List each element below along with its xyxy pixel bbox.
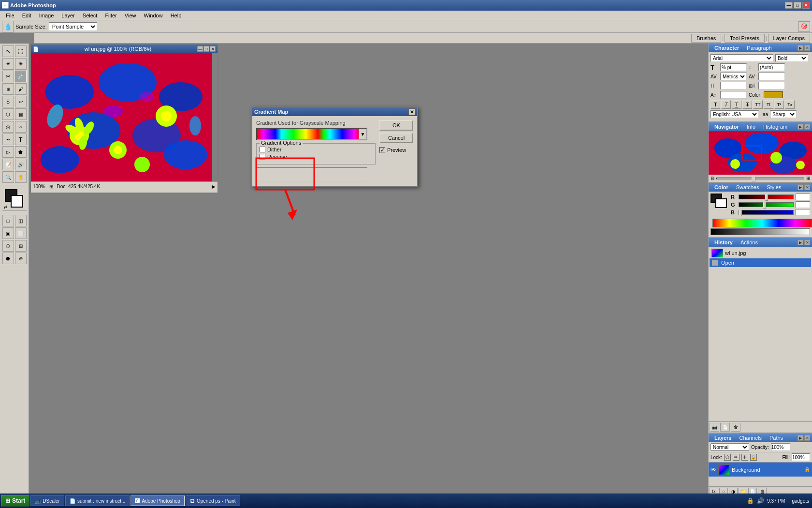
standard-mode[interactable]: □ xyxy=(2,215,14,226)
full-screen-mode[interactable]: ⬜ xyxy=(15,227,27,239)
sub-btn[interactable]: T₂ xyxy=(785,100,795,109)
menu-file[interactable]: File xyxy=(2,12,18,19)
strikethrough-btn[interactable]: T̶ xyxy=(742,100,752,109)
layer-item-background[interactable]: 👁 Background 🔒 xyxy=(709,463,812,477)
taskbar-item-photoshop[interactable]: 🅰 Adobe Photoshop xyxy=(130,495,185,506)
menu-view[interactable]: View xyxy=(121,12,140,19)
bg-color-swatch[interactable] xyxy=(715,198,727,208)
zoom-out-btn[interactable]: ⊟ xyxy=(710,176,714,181)
tool-brush[interactable]: 🖌 xyxy=(15,83,27,95)
tool-eyedropper[interactable]: 💧 xyxy=(2,21,14,32)
dither-checkbox[interactable] xyxy=(260,147,265,152)
baseline-input[interactable]: 0 pt xyxy=(720,91,747,99)
tool-audio[interactable]: 🔊 xyxy=(15,159,27,170)
lock-pixels-btn[interactable]: ✏ xyxy=(733,454,740,461)
background-color[interactable] xyxy=(11,195,23,208)
history-item-1[interactable]: Open xyxy=(710,258,811,267)
tab-tool-presets[interactable]: Tool Presets xyxy=(725,34,765,43)
grayscale-spectrum[interactable] xyxy=(710,228,810,235)
cancel-button[interactable]: Cancel xyxy=(379,133,413,143)
title-bar-controls[interactable]: — □ ✕ xyxy=(785,2,810,9)
doc-minimize-btn[interactable]: — xyxy=(197,46,203,52)
zoom-slider-track[interactable] xyxy=(716,178,804,179)
r-slider[interactable] xyxy=(739,194,794,199)
tab-channels[interactable]: Channels xyxy=(735,435,765,441)
g-slider-thumb[interactable] xyxy=(763,202,766,209)
tool-lasso[interactable]: ✴ xyxy=(2,58,14,70)
fill-input[interactable] xyxy=(792,453,810,461)
lock-position-btn[interactable]: ✛ xyxy=(741,454,748,461)
history-delete-btn[interactable]: 🗑 xyxy=(731,423,740,432)
sample-size-select[interactable]: Point Sample 3 by 3 Average 5 by 5 Avera… xyxy=(49,22,97,31)
tool-select-path[interactable]: ▷ xyxy=(2,146,14,158)
tool-hand[interactable]: ✋ xyxy=(15,171,27,183)
character-panel-menu[interactable]: ▶ xyxy=(798,45,803,51)
maximize-button[interactable]: □ xyxy=(794,2,801,9)
dialog-close-btn[interactable]: ✕ xyxy=(408,108,415,115)
tool-magic-wand[interactable]: ✴ xyxy=(15,58,27,70)
tab-paths[interactable]: Paths xyxy=(766,435,787,441)
small-caps-btn[interactable]: Tt xyxy=(764,100,773,109)
menu-filter[interactable]: Filter xyxy=(101,12,120,19)
tool-eyedropper-tool[interactable]: 💉 xyxy=(15,71,27,82)
color-spectrum[interactable] xyxy=(712,219,812,227)
tool-blur[interactable]: ◎ xyxy=(2,121,14,133)
tool-notes[interactable]: 📝 xyxy=(2,159,14,170)
screen-mode[interactable]: ▣ xyxy=(2,227,14,239)
extra-tools[interactable]: ⬡ xyxy=(2,240,14,252)
gradient-dropdown-btn[interactable]: ▼ xyxy=(359,129,366,139)
h-scale-input[interactable]: 100% xyxy=(758,82,785,90)
tool-heal[interactable]: ⊕ xyxy=(2,83,14,95)
close-button[interactable]: ✕ xyxy=(802,2,810,9)
bold-btn[interactable]: T xyxy=(710,100,720,109)
g-value-input[interactable]: 116 xyxy=(796,201,810,208)
swap-colors-icon[interactable]: ⇄ xyxy=(4,205,8,209)
tool-move[interactable]: ↖ xyxy=(2,45,14,57)
tab-brushes[interactable]: Brushes xyxy=(691,34,721,43)
ok-button[interactable]: OK xyxy=(379,120,413,131)
v-scale-input[interactable]: 120% xyxy=(720,82,747,90)
canvas-area[interactable] xyxy=(31,53,218,181)
tool-crop[interactable]: ✂ xyxy=(2,71,14,82)
menu-layer[interactable]: Layer xyxy=(58,12,79,19)
lock-transparent-btn[interactable]: ⬡ xyxy=(724,454,731,461)
gradient-preview[interactable]: ▼ xyxy=(256,128,367,140)
underline-btn[interactable]: T xyxy=(732,100,741,109)
language-select[interactable]: English: USA xyxy=(710,110,759,118)
start-button[interactable]: ⊞ Start xyxy=(1,495,29,507)
tab-navigator[interactable]: Navigator xyxy=(710,124,743,130)
blend-mode-select[interactable]: Normal Multiply Screen xyxy=(710,443,749,451)
color-panel-close[interactable]: ✕ xyxy=(804,184,810,190)
caps-btn[interactable]: TT xyxy=(753,100,763,109)
doc-maximize-btn[interactable]: □ xyxy=(203,46,209,52)
font-style-select[interactable]: Bold Regular Italic xyxy=(775,54,808,62)
layer-visibility-eye[interactable]: 👁 xyxy=(710,466,716,473)
history-panel-close[interactable]: ✕ xyxy=(804,239,810,245)
color-swatches[interactable]: ⇄ xyxy=(5,189,24,209)
super-btn[interactable]: T² xyxy=(774,100,784,109)
extra-tools-2[interactable]: ⊞ xyxy=(15,240,27,252)
tool-shape[interactable]: ⬟ xyxy=(15,146,27,158)
navigator-panel-close[interactable]: ✕ xyxy=(804,124,810,130)
history-item-0[interactable]: wl un.jpg xyxy=(710,248,811,258)
tool-dodge[interactable]: ○ xyxy=(15,121,27,133)
leading-input[interactable] xyxy=(758,63,785,71)
navigator-preview[interactable] xyxy=(709,131,812,175)
tab-styles[interactable]: Styles xyxy=(763,184,785,190)
menu-edit[interactable]: Edit xyxy=(18,12,35,19)
b-slider-thumb[interactable] xyxy=(739,209,742,216)
tool-pen[interactable]: ✒ xyxy=(2,134,14,145)
history-snapshot-btn[interactable]: 📷 xyxy=(710,423,719,432)
taskbar-item-paint[interactable]: 🖼 Opened ps - Paint xyxy=(186,495,240,506)
tab-info[interactable]: Info xyxy=(743,124,759,130)
menu-help[interactable]: Help xyxy=(167,12,186,19)
minimize-button[interactable]: — xyxy=(785,2,793,9)
tool-marquee[interactable]: ⬚ xyxy=(15,45,27,57)
tab-layers[interactable]: Layers xyxy=(710,435,735,441)
menu-window[interactable]: Window xyxy=(140,12,167,19)
r-slider-thumb[interactable] xyxy=(765,194,768,201)
tab-layer-comps[interactable]: Layer Comps xyxy=(768,34,810,43)
tab-history[interactable]: History xyxy=(710,239,737,245)
brush-extra[interactable]: ⬟ xyxy=(2,253,14,264)
b-slider[interactable] xyxy=(739,210,794,215)
